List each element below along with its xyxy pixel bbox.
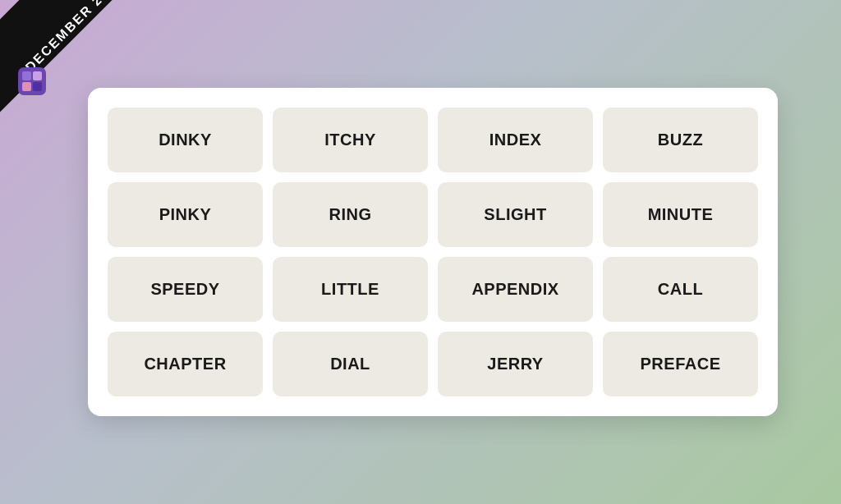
main-card: DINKYITCHYINDEXBUZZPINKYRINGSLIGHTMINUTE… <box>88 88 778 416</box>
tile-label-chapter: CHAPTER <box>144 355 226 373</box>
tile-label-ring: RING <box>329 205 372 224</box>
tile-label-slight: SLIGHT <box>484 205 546 224</box>
tile-index[interactable]: INDEX <box>438 108 593 172</box>
icon-cell-2 <box>33 71 42 80</box>
tile-label-dial: DIAL <box>330 355 370 373</box>
tile-label-jerry: JERRY <box>487 355 543 373</box>
icon-cell-1 <box>22 71 31 80</box>
tile-label-appendix: APPENDIX <box>471 280 558 299</box>
word-grid: DINKYITCHYINDEXBUZZPINKYRINGSLIGHTMINUTE… <box>108 108 758 396</box>
tile-buzz[interactable]: BUZZ <box>603 108 758 172</box>
tile-speedy[interactable]: SPEEDY <box>108 257 263 322</box>
tile-preface[interactable]: PREFACE <box>603 332 758 396</box>
tile-label-dinky: DINKY <box>159 131 212 149</box>
tile-slight[interactable]: SLIGHT <box>438 182 593 247</box>
tile-call[interactable]: CALL <box>603 257 758 322</box>
tile-dial[interactable]: DIAL <box>273 332 428 396</box>
tile-jerry[interactable]: JERRY <box>438 332 593 396</box>
tile-label-speedy: SPEEDY <box>150 280 219 299</box>
tile-label-itchy: ITCHY <box>324 131 376 149</box>
tile-ring[interactable]: RING <box>273 182 428 247</box>
tile-label-little: LITTLE <box>321 280 379 299</box>
tile-chapter[interactable]: CHAPTER <box>108 332 263 396</box>
icon-cell-3 <box>22 82 31 91</box>
tile-itchy[interactable]: ITCHY <box>273 108 428 172</box>
tile-dinky[interactable]: DINKY <box>108 108 263 172</box>
tile-label-minute: MINUTE <box>648 205 714 224</box>
icon-cell-4 <box>33 82 42 91</box>
tile-label-preface: PREFACE <box>641 355 721 373</box>
tile-minute[interactable]: MINUTE <box>603 182 758 247</box>
tile-label-buzz: BUZZ <box>658 131 703 149</box>
tile-label-call: CALL <box>658 280 703 299</box>
banner-date-text: DECEMBER 20 <box>4 0 131 94</box>
tile-label-pinky: PINKY <box>159 205 212 224</box>
tile-little[interactable]: LITTLE <box>273 257 428 322</box>
app-icon <box>18 67 46 95</box>
tile-label-index: INDEX <box>489 131 542 149</box>
tile-pinky[interactable]: PINKY <box>108 182 263 247</box>
tile-appendix[interactable]: APPENDIX <box>438 257 593 322</box>
